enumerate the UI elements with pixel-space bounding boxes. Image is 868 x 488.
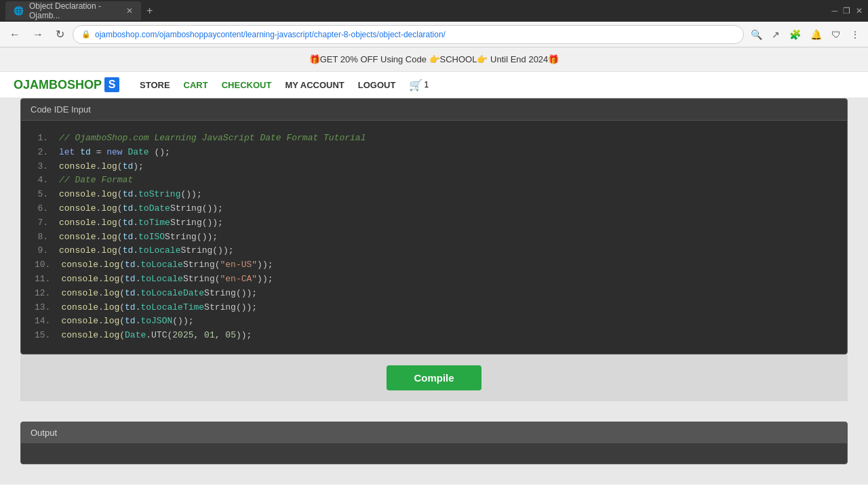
line-content-6: console.log(td.toDateString()); xyxy=(59,202,833,216)
line-content-11: console.log(td.toLocaleString("en-CA")); xyxy=(61,272,833,287)
forward-button[interactable]: → xyxy=(28,26,47,43)
cart-icon: 🛒 xyxy=(409,79,422,92)
line-num-5: 5. xyxy=(35,188,48,202)
code-line-1: 1. // OjamboShop.com Learning JavaScript… xyxy=(35,131,833,146)
line-content-1: // OjamboShop.com Learning JavaScript Da… xyxy=(59,131,833,146)
code-line-7: 7. console.log(td.toTimeString()); xyxy=(35,216,833,230)
site-navigation: OJAMBOSHOP S STORE CART CHECKOUT MY ACCO… xyxy=(0,72,868,98)
restore-icon[interactable]: ❐ xyxy=(843,6,850,16)
browser-actions: 🔍 ↗ 🧩 🔔 🛡 ⋮ xyxy=(748,26,863,43)
compile-section: Compile xyxy=(20,354,848,401)
line-num-2: 2. xyxy=(35,146,48,160)
minimize-icon[interactable]: ─ xyxy=(831,6,837,16)
line-num-10: 10. xyxy=(35,258,50,272)
tab-favicon: 🌐 xyxy=(14,6,24,16)
line-num-8: 8. xyxy=(35,230,48,245)
cart-count: 1 xyxy=(424,80,429,89)
line-content-9: console.log(td.toLocaleString()); xyxy=(59,244,833,258)
code-line-4: 4. // Date Format xyxy=(35,174,833,188)
logo-s-badge: S xyxy=(104,77,119,92)
code-line-3: 3. console.log(td); xyxy=(35,160,833,174)
tab-bar: 🌐 Object Declaration - Ojamb... ✕ + ─ ❐ … xyxy=(0,0,868,22)
code-line-6: 6. console.log(td.toDateString()); xyxy=(35,202,833,216)
tab-close-button[interactable]: ✕ xyxy=(126,6,133,16)
line-content-2: let td = new Date (); xyxy=(59,146,833,160)
logo-s-letter: S xyxy=(108,79,116,91)
line-content-5: console.log(td.toString()); xyxy=(59,188,833,202)
back-button[interactable]: ← xyxy=(5,26,24,43)
code-ide-title: Code IDE Input xyxy=(31,104,91,115)
output-content xyxy=(21,443,847,464)
browser-nav-bar: ← → ↻ 🔒 ojamboshop.com/ojamboshoppaycont… xyxy=(0,22,868,47)
line-content-14: console.log(td.toJSON()); xyxy=(61,314,833,329)
window-controls: ─ ❐ ✕ xyxy=(831,6,863,16)
cart-icon-wrap[interactable]: 🛒 1 xyxy=(409,79,429,92)
browser-window: 🌐 Object Declaration - Ojamb... ✕ + ─ ❐ … xyxy=(0,0,868,488)
output-box: Output xyxy=(20,422,848,464)
tab-title: Object Declaration - Ojamb... xyxy=(29,1,118,20)
notification-button[interactable]: 🔔 xyxy=(808,26,825,43)
promo-banner: 🎁GET 20% OFF Using Code 👉SCHOOL👉 Until E… xyxy=(0,47,868,72)
search-button[interactable]: 🔍 xyxy=(748,26,765,43)
line-content-12: console.log(td.toLocaleDateString()); xyxy=(61,287,833,301)
shield-button[interactable]: 🛡 xyxy=(829,26,844,43)
output-header: Output xyxy=(21,422,847,443)
nav-logout-link[interactable]: LOGOUT xyxy=(358,80,396,90)
line-num-4: 4. xyxy=(35,174,48,188)
code-line-5: 5. console.log(td.toString()); xyxy=(35,188,833,202)
site-logo[interactable]: OJAMBOSHOP S xyxy=(14,77,119,92)
line-num-6: 6. xyxy=(35,202,48,216)
lock-icon: 🔒 xyxy=(81,30,91,39)
line-num-12: 12. xyxy=(35,287,50,301)
code-line-14: 14. console.log(td.toJSON()); xyxy=(35,314,833,329)
line-num-15: 15. xyxy=(35,329,50,343)
nav-store-link[interactable]: STORE xyxy=(140,80,170,90)
line-num-3: 3. xyxy=(35,160,48,174)
code-line-8: 8. console.log(td.toISOString()); xyxy=(35,230,833,245)
output-title: Output xyxy=(31,428,57,438)
nav-myaccount-link[interactable]: MY ACCOUNT xyxy=(285,80,344,90)
page-content: 🎁GET 20% OFF Using Code 👉SCHOOL👉 Until E… xyxy=(0,47,868,488)
code-line-11: 11. console.log(td.toLocaleString("en-CA… xyxy=(35,272,833,287)
browser-tab[interactable]: 🌐 Object Declaration - Ojamb... ✕ xyxy=(5,1,141,20)
code-ide: Code IDE Input 1. // OjamboShop.com Lear… xyxy=(20,98,848,354)
close-icon[interactable]: ✕ xyxy=(856,6,863,16)
code-line-2: 2. let td = new Date (); xyxy=(35,146,833,160)
code-line-15: 15. console.log(Date.UTC(2025, 01, 05)); xyxy=(35,329,833,343)
nav-cart-link[interactable]: CART xyxy=(184,80,208,90)
nav-checkout-link[interactable]: CHECKOUT xyxy=(222,80,272,90)
nav-links: STORE CART CHECKOUT MY ACCOUNT LOGOUT 🛒 … xyxy=(140,79,429,92)
new-tab-button[interactable]: + xyxy=(141,2,158,20)
line-content-13: console.log(td.toLocaleTimeString()); xyxy=(61,301,833,315)
logo-text: OJAMBOSHOP xyxy=(14,78,102,92)
line-content-15: console.log(Date.UTC(2025, 01, 05)); xyxy=(61,329,833,343)
line-num-1: 1. xyxy=(35,131,48,146)
promo-text: 🎁GET 20% OFF Using Code 👉SCHOOL👉 Until E… xyxy=(309,54,559,64)
line-num-11: 11. xyxy=(35,272,50,287)
line-content-4: // Date Format xyxy=(59,174,833,188)
line-content-10: console.log(td.toLocaleString("en-US")); xyxy=(61,258,833,272)
line-num-7: 7. xyxy=(35,216,48,230)
line-content-3: console.log(td); xyxy=(59,160,833,174)
main-content: Code IDE Input 1. // OjamboShop.com Lear… xyxy=(0,98,868,422)
line-num-9: 9. xyxy=(35,244,48,258)
line-num-14: 14. xyxy=(35,314,50,329)
share-button[interactable]: ↗ xyxy=(769,26,783,43)
code-line-12: 12. console.log(td.toLocaleDateString())… xyxy=(35,287,833,301)
reload-button[interactable]: ↻ xyxy=(52,25,68,43)
line-content-7: console.log(td.toTimeString()); xyxy=(59,216,833,230)
compile-button[interactable]: Compile xyxy=(387,365,481,390)
code-line-13: 13. console.log(td.toLocaleTimeString())… xyxy=(35,301,833,315)
output-section: Output xyxy=(0,422,868,485)
code-line-9: 9. console.log(td.toLocaleString()); xyxy=(35,244,833,258)
code-area[interactable]: 1. // OjamboShop.com Learning JavaScript… xyxy=(21,121,847,354)
menu-button[interactable]: ⋮ xyxy=(848,26,863,43)
extensions-button[interactable]: 🧩 xyxy=(787,26,804,43)
code-ide-header: Code IDE Input xyxy=(21,99,847,121)
line-num-13: 13. xyxy=(35,301,50,315)
line-content-8: console.log(td.toISOString()); xyxy=(59,230,833,245)
address-bar[interactable]: 🔒 ojamboshop.com/ojamboshoppaycontent/le… xyxy=(73,25,744,44)
code-line-10: 10. console.log(td.toLocaleString("en-US… xyxy=(35,258,833,272)
url-text: ojamboshop.com/ojamboshoppaycontent/lear… xyxy=(95,30,735,39)
